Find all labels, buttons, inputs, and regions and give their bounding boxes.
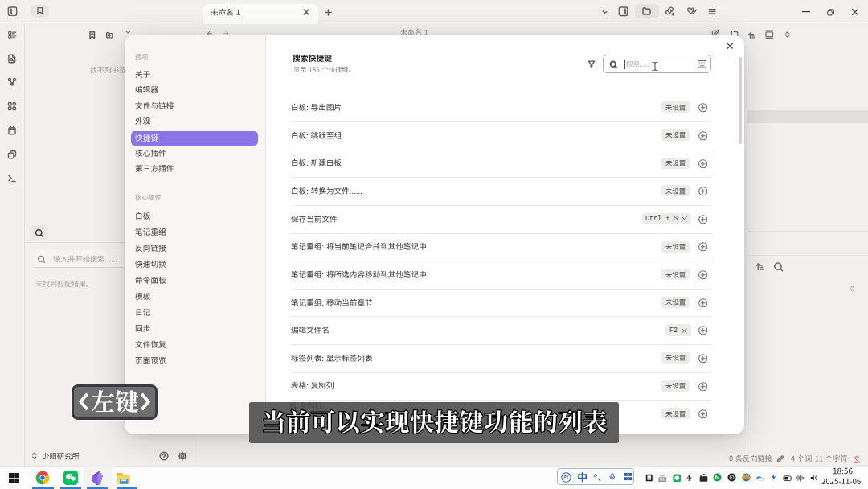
svg-text:PY: PY: [563, 475, 568, 479]
